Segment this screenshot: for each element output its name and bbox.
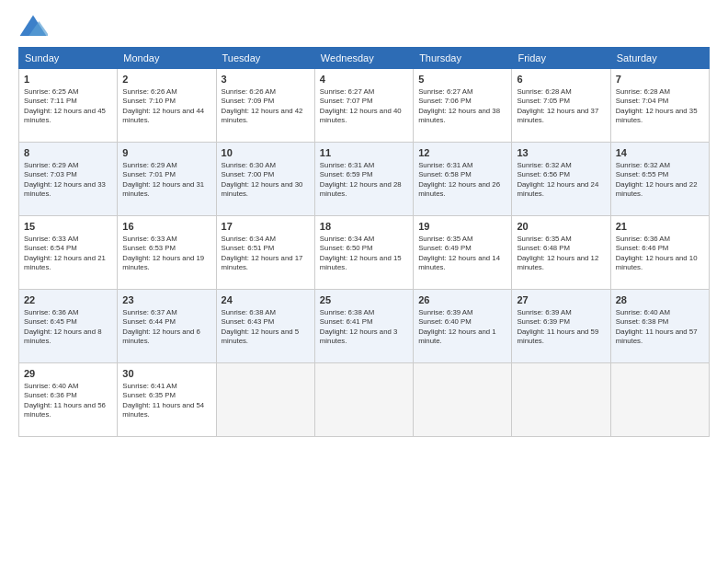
calendar-day-cell: 22Sunrise: 6:36 AMSunset: 6:45 PMDayligh… — [19, 290, 118, 363]
calendar-day-cell: 3Sunrise: 6:26 AMSunset: 7:09 PMDaylight… — [216, 69, 314, 143]
day-info: Sunrise: 6:35 AMSunset: 6:49 PMDaylight:… — [418, 235, 506, 273]
day-info: Sunrise: 6:32 AMSunset: 6:55 PMDaylight:… — [616, 161, 704, 200]
calendar-empty-cell — [216, 363, 314, 437]
day-number: 29 — [24, 367, 112, 381]
calendar-week-row: 1Sunrise: 6:25 AMSunset: 7:11 PMDaylight… — [19, 69, 710, 143]
day-number: 8 — [24, 146, 112, 160]
calendar-day-header: Thursday — [414, 48, 512, 69]
day-info: Sunrise: 6:39 AMSunset: 6:40 PMDaylight:… — [418, 308, 506, 347]
day-info: Sunrise: 6:28 AMSunset: 7:04 PMDaylight:… — [616, 87, 704, 126]
calendar-day-cell: 10Sunrise: 6:30 AMSunset: 7:00 PMDayligh… — [216, 143, 314, 216]
calendar-header-row: SundayMondayTuesdayWednesdayThursdayFrid… — [19, 48, 710, 69]
day-info: Sunrise: 6:38 AMSunset: 6:41 PMDaylight:… — [320, 308, 408, 347]
day-info: Sunrise: 6:40 AMSunset: 6:38 PMDaylight:… — [616, 308, 704, 347]
calendar-week-row: 22Sunrise: 6:36 AMSunset: 6:45 PMDayligh… — [19, 290, 710, 363]
day-number: 17 — [222, 220, 310, 234]
day-info: Sunrise: 6:36 AMSunset: 6:46 PMDaylight:… — [616, 235, 704, 273]
calendar-day-cell: 13Sunrise: 6:32 AMSunset: 6:56 PMDayligh… — [512, 143, 610, 216]
day-info: Sunrise: 6:38 AMSunset: 6:43 PMDaylight:… — [222, 308, 310, 347]
calendar-day-header: Wednesday — [314, 48, 413, 69]
calendar-day-cell: 9Sunrise: 6:29 AMSunset: 7:01 PMDaylight… — [118, 143, 216, 216]
day-info: Sunrise: 6:34 AMSunset: 6:50 PMDaylight:… — [320, 235, 408, 273]
day-info: Sunrise: 6:27 AMSunset: 7:06 PMDaylight:… — [418, 87, 506, 126]
calendar-day-header: Saturday — [610, 48, 709, 69]
day-number: 15 — [24, 220, 112, 234]
day-number: 9 — [122, 146, 210, 160]
calendar-day-cell: 29Sunrise: 6:40 AMSunset: 6:36 PMDayligh… — [19, 363, 118, 437]
day-info: Sunrise: 6:26 AMSunset: 7:10 PMDaylight:… — [122, 87, 210, 126]
calendar-day-cell: 20Sunrise: 6:35 AMSunset: 6:48 PMDayligh… — [512, 216, 610, 290]
day-number: 28 — [616, 293, 704, 307]
day-info: Sunrise: 6:40 AMSunset: 6:36 PMDaylight:… — [24, 382, 112, 420]
day-info: Sunrise: 6:26 AMSunset: 7:09 PMDaylight:… — [222, 87, 310, 126]
calendar-day-cell: 27Sunrise: 6:39 AMSunset: 6:39 PMDayligh… — [512, 290, 610, 363]
day-number: 16 — [122, 220, 210, 234]
day-info: Sunrise: 6:33 AMSunset: 6:53 PMDaylight:… — [122, 235, 210, 273]
calendar-day-header: Friday — [512, 48, 610, 69]
day-number: 10 — [222, 146, 310, 160]
day-info: Sunrise: 6:33 AMSunset: 6:54 PMDaylight:… — [24, 235, 112, 273]
calendar-day-cell: 8Sunrise: 6:29 AMSunset: 7:03 PMDaylight… — [19, 143, 118, 216]
calendar-day-header: Sunday — [19, 48, 118, 69]
calendar-day-cell: 23Sunrise: 6:37 AMSunset: 6:44 PMDayligh… — [118, 290, 216, 363]
calendar-day-cell: 18Sunrise: 6:34 AMSunset: 6:50 PMDayligh… — [314, 216, 413, 290]
page: SundayMondayTuesdayWednesdayThursdayFrid… — [0, 0, 728, 563]
day-number: 1 — [24, 73, 112, 86]
calendar-day-cell: 30Sunrise: 6:41 AMSunset: 6:35 PMDayligh… — [118, 363, 216, 437]
day-number: 19 — [418, 220, 506, 234]
day-info: Sunrise: 6:28 AMSunset: 7:05 PMDaylight:… — [517, 87, 605, 126]
calendar-day-header: Tuesday — [216, 48, 314, 69]
day-info: Sunrise: 6:29 AMSunset: 7:01 PMDaylight:… — [122, 161, 210, 200]
day-info: Sunrise: 6:36 AMSunset: 6:45 PMDaylight:… — [24, 308, 112, 347]
calendar-day-cell: 7Sunrise: 6:28 AMSunset: 7:04 PMDaylight… — [610, 69, 709, 143]
day-number: 27 — [517, 293, 605, 307]
day-number: 11 — [320, 146, 408, 160]
day-number: 18 — [320, 220, 408, 234]
day-number: 7 — [616, 73, 704, 86]
day-info: Sunrise: 6:27 AMSunset: 7:07 PMDaylight:… — [320, 87, 408, 126]
day-number: 26 — [418, 293, 506, 307]
calendar-day-cell: 21Sunrise: 6:36 AMSunset: 6:46 PMDayligh… — [610, 216, 709, 290]
calendar-day-cell: 24Sunrise: 6:38 AMSunset: 6:43 PMDayligh… — [216, 290, 314, 363]
day-number: 14 — [616, 146, 704, 160]
day-number: 4 — [320, 73, 408, 86]
day-number: 5 — [418, 73, 506, 86]
logo — [18, 14, 51, 40]
logo-icon — [18, 14, 48, 40]
day-number: 24 — [222, 293, 310, 307]
header — [18, 14, 710, 40]
day-number: 6 — [517, 73, 605, 86]
day-number: 13 — [517, 146, 605, 160]
day-number: 2 — [122, 73, 210, 86]
calendar-table: SundayMondayTuesdayWednesdayThursdayFrid… — [18, 47, 710, 437]
day-info: Sunrise: 6:31 AMSunset: 6:58 PMDaylight:… — [418, 161, 506, 200]
calendar-day-cell: 25Sunrise: 6:38 AMSunset: 6:41 PMDayligh… — [314, 290, 413, 363]
calendar-empty-cell — [314, 363, 413, 437]
day-info: Sunrise: 6:39 AMSunset: 6:39 PMDaylight:… — [517, 308, 605, 347]
calendar-day-cell: 11Sunrise: 6:31 AMSunset: 6:59 PMDayligh… — [314, 143, 413, 216]
calendar-day-cell: 19Sunrise: 6:35 AMSunset: 6:49 PMDayligh… — [414, 216, 512, 290]
calendar-week-row: 29Sunrise: 6:40 AMSunset: 6:36 PMDayligh… — [19, 363, 710, 437]
calendar-day-cell: 14Sunrise: 6:32 AMSunset: 6:55 PMDayligh… — [610, 143, 709, 216]
day-number: 3 — [222, 73, 310, 86]
calendar-day-cell: 4Sunrise: 6:27 AMSunset: 7:07 PMDaylight… — [314, 69, 413, 143]
day-info: Sunrise: 6:32 AMSunset: 6:56 PMDaylight:… — [517, 161, 605, 200]
calendar-empty-cell — [610, 363, 709, 437]
day-number: 30 — [122, 367, 210, 381]
day-info: Sunrise: 6:37 AMSunset: 6:44 PMDaylight:… — [122, 308, 210, 347]
calendar-day-cell: 16Sunrise: 6:33 AMSunset: 6:53 PMDayligh… — [118, 216, 216, 290]
day-number: 25 — [320, 293, 408, 307]
calendar-week-row: 8Sunrise: 6:29 AMSunset: 7:03 PMDaylight… — [19, 143, 710, 216]
calendar-day-cell: 5Sunrise: 6:27 AMSunset: 7:06 PMDaylight… — [414, 69, 512, 143]
calendar-day-cell: 6Sunrise: 6:28 AMSunset: 7:05 PMDaylight… — [512, 69, 610, 143]
calendar-day-cell: 26Sunrise: 6:39 AMSunset: 6:40 PMDayligh… — [414, 290, 512, 363]
calendar-day-header: Monday — [118, 48, 216, 69]
day-info: Sunrise: 6:29 AMSunset: 7:03 PMDaylight:… — [24, 161, 112, 200]
day-number: 21 — [616, 220, 704, 234]
day-info: Sunrise: 6:31 AMSunset: 6:59 PMDaylight:… — [320, 161, 408, 200]
calendar-empty-cell — [414, 363, 512, 437]
calendar-day-cell: 15Sunrise: 6:33 AMSunset: 6:54 PMDayligh… — [19, 216, 118, 290]
calendar-day-cell: 12Sunrise: 6:31 AMSunset: 6:58 PMDayligh… — [414, 143, 512, 216]
calendar-day-cell: 1Sunrise: 6:25 AMSunset: 7:11 PMDaylight… — [19, 69, 118, 143]
calendar-empty-cell — [512, 363, 610, 437]
